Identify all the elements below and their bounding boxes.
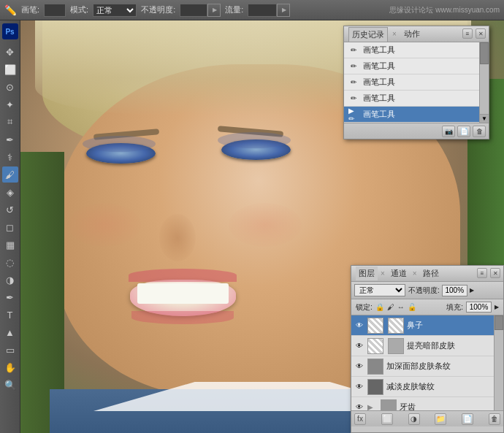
pen-tool[interactable]: ✒ <box>2 289 18 305</box>
layer-fx-btn[interactable]: fx <box>354 413 366 425</box>
layer-delete-btn[interactable]: 🗑 <box>489 413 500 425</box>
brush-size-input[interactable]: 30 <box>44 4 66 17</box>
layer-item-lighten[interactable]: 👁 减淡皮肤皱纹 <box>351 377 503 397</box>
layer-eye-nose[interactable]: 👁 <box>354 321 364 331</box>
eraser-tool[interactable]: ◻ <box>2 219 18 235</box>
layers-menu-btn[interactable]: ≡ <box>477 268 487 278</box>
layers-opacity-input[interactable]: 100% <box>442 285 467 296</box>
all-lock-icon[interactable]: 🔓 <box>408 303 416 311</box>
history-panel: 历史记录 × 动作 ≡ ✕ ✏ 画笔工具 ✏ 画笔工具 ✏ 画笔工具 ✏ 画笔工… <box>343 26 489 139</box>
marquee-tool[interactable]: ⬜ <box>2 61 18 77</box>
tab-layers[interactable]: 图层 <box>356 267 378 280</box>
layers-scrollbar[interactable] <box>494 315 503 410</box>
layer-item-teeth[interactable]: 👁 ▶ 牙齿 <box>351 397 503 410</box>
nose <box>159 214 196 261</box>
layer-thumb-deepen <box>367 359 383 375</box>
eyedropper-tool[interactable]: ✒ <box>2 131 18 147</box>
layer-eye-deepen[interactable]: 👁 <box>354 361 364 372</box>
history-brush-icon-3: ✏ <box>348 77 359 88</box>
layer-item-deepen[interactable]: 👁 加深面部皮肤条纹 <box>351 356 503 377</box>
layer-new-btn[interactable]: 📄 <box>462 413 473 425</box>
lasso-tool[interactable]: ⊙ <box>2 79 18 95</box>
lock-icon[interactable]: 🔒 <box>375 303 384 311</box>
brush-tool[interactable]: 🖌 <box>2 166 18 183</box>
tab-paths[interactable]: 路径 <box>420 267 442 280</box>
fill-arrow[interactable]: ▶ <box>495 304 499 310</box>
crop-tool[interactable]: ⌗ <box>2 114 18 130</box>
history-item-5[interactable]: ▶ ✏ 画笔工具 <box>344 107 489 123</box>
history-scroll-down[interactable]: ▼ <box>480 114 489 123</box>
history-scrollbar-thumb[interactable] <box>480 42 489 64</box>
tab-actions[interactable]: 动作 <box>401 27 423 41</box>
layer-name-deepen: 加深面部皮肤条纹 <box>386 361 500 372</box>
site-brand: 思缘设计论坛 www.missyuan.com <box>389 5 500 15</box>
layer-adj-btn[interactable]: ◑ <box>408 413 420 425</box>
blur-tool[interactable]: ◌ <box>2 254 18 270</box>
history-close-btn[interactable]: ✕ <box>476 28 486 39</box>
magic-wand-tool[interactable]: ✦ <box>2 96 18 112</box>
layer-thumb-lighten <box>367 379 383 395</box>
flow-arrow[interactable]: ▶ <box>277 4 290 17</box>
opacity-input[interactable]: 33% <box>180 4 207 17</box>
layer-eye-teeth[interactable]: 👁 <box>354 402 364 411</box>
zoom-tool[interactable]: 🔍 <box>2 377 18 393</box>
layer-folder-teeth: ▶ <box>367 402 378 411</box>
layer-mask-nose <box>388 318 404 334</box>
history-item-label-2: 画笔工具 <box>363 61 395 72</box>
history-camera-btn[interactable]: 📷 <box>442 126 455 137</box>
teeth <box>137 283 229 304</box>
layers-tab-sep1: × <box>381 269 385 277</box>
layer-thumb-nose <box>367 318 383 334</box>
spot-heal-tool[interactable]: ⚕ <box>2 149 18 165</box>
history-delete-btn[interactable]: 🗑 <box>473 126 486 137</box>
history-scrollbar[interactable]: ▼ <box>479 42 489 123</box>
mode-select[interactable]: 正常 <box>93 4 137 17</box>
layer-eye-lighten[interactable]: 👁 <box>354 382 364 392</box>
cheek-left <box>68 203 141 247</box>
fill-label: 填充: <box>446 302 463 313</box>
layers-scrollbar-thumb[interactable] <box>495 315 503 330</box>
history-item-3[interactable]: ✏ 画笔工具 <box>344 74 489 91</box>
fill-input[interactable]: 100% <box>466 302 492 313</box>
history-brush-icon-1: ✏ <box>348 45 359 55</box>
opacity-arrow[interactable]: ▶ <box>207 4 221 17</box>
move-tool[interactable]: ✥ <box>2 44 18 60</box>
history-item-1[interactable]: ✏ 画笔工具 <box>344 42 489 58</box>
move-lock-icon[interactable]: ↔ <box>397 303 405 311</box>
layer-group-btn[interactable]: 📁 <box>435 413 446 425</box>
history-item-label-4: 画笔工具 <box>363 93 395 104</box>
layer-eye-brighten[interactable]: 👁 <box>354 341 364 351</box>
history-menu-btn[interactable]: ≡ <box>462 28 473 39</box>
layers-tab-sep2: × <box>413 269 417 277</box>
dodge-tool[interactable]: ◑ <box>2 272 18 288</box>
layers-opacity-arrow[interactable]: ▶ <box>470 287 474 294</box>
history-item-2[interactable]: ✏ 画笔工具 <box>344 58 489 74</box>
tab-history[interactable]: 历史记录 <box>348 27 388 42</box>
history-item-4[interactable]: ✏ 画笔工具 <box>344 91 489 107</box>
tab-sep: × <box>392 30 397 38</box>
path-select-tool[interactable]: ▲ <box>2 324 18 340</box>
eyeshadow-right <box>218 132 291 148</box>
history-new-btn[interactable]: 📄 <box>457 126 470 137</box>
flow-input[interactable]: 100% <box>248 4 277 17</box>
shape-tool[interactable]: ▭ <box>2 342 18 358</box>
paint-lock-icon[interactable]: 🖌 <box>387 303 394 311</box>
layer-mask-btn[interactable]: ⬜ <box>381 413 393 425</box>
layer-item-brighten[interactable]: 👁 提亮暗部皮肤 <box>351 336 503 356</box>
clone-tool[interactable]: ◈ <box>2 184 18 200</box>
layer-item-nose[interactable]: 👁 鼻子 <box>351 315 503 336</box>
ps-logo: Ps <box>2 23 18 39</box>
layers-close-btn[interactable]: ✕ <box>490 268 500 278</box>
hand-tool[interactable]: ✋ <box>2 359 18 375</box>
history-brush-tool[interactable]: ↺ <box>2 202 18 218</box>
layers-mode-select[interactable]: 正常 <box>354 284 405 296</box>
gradient-tool[interactable]: ▦ <box>2 237 18 253</box>
left-toolbar: Ps ✥ ⬜ ⊙ ✦ ⌗ ✒ ⚕ 🖌 ◈ ↺ ◻ ▦ ◌ ◑ ✒ T ▲ ▭ ✋… <box>0 20 20 433</box>
eyeshadow-left <box>83 136 156 152</box>
tab-channels[interactable]: 通道 <box>388 267 410 280</box>
lock-label: 锁定: <box>356 302 373 313</box>
layers-toolbar: 正常 不透明度: 100% ▶ <box>351 282 503 299</box>
text-tool[interactable]: T <box>2 307 18 323</box>
layer-name-brighten: 提亮暗部皮肤 <box>407 340 500 351</box>
cheek-right <box>229 203 302 247</box>
